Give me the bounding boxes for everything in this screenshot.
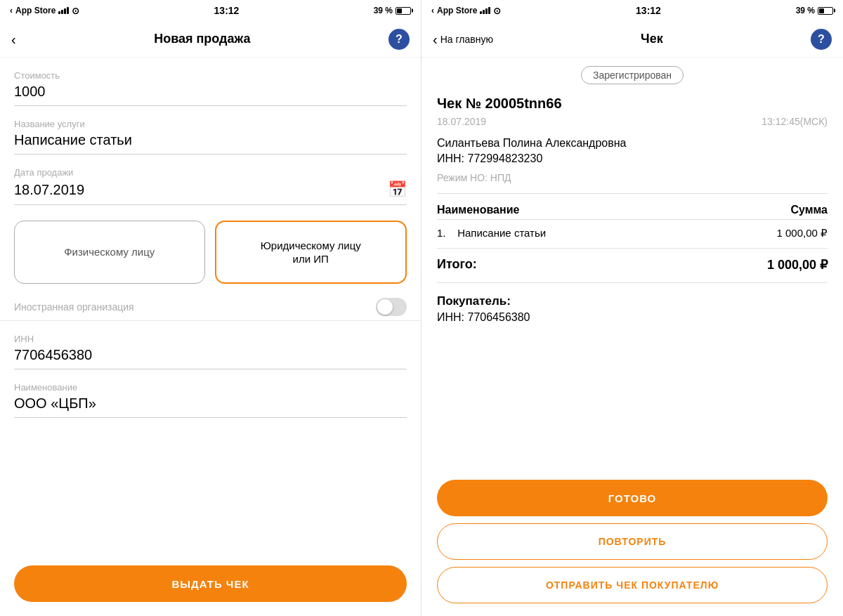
seller-name: Силантьева Полина Александровна bbox=[437, 137, 828, 150]
submit-receipt-button[interactable]: ВЫДАТЬ ЧЕК bbox=[14, 565, 407, 602]
table-header-name: Наименование bbox=[437, 204, 519, 216]
buyer-title: Покупатель: bbox=[437, 294, 828, 308]
item-service-name: Написание статьи bbox=[457, 227, 546, 239]
right-status-left: ‹ App Store ⊙ bbox=[431, 6, 501, 16]
left-battery-icon bbox=[396, 7, 411, 15]
item-name: 1. Написание статьи bbox=[437, 227, 776, 240]
receipt-total-row: Итого: 1 000,00 ₽ bbox=[437, 257, 828, 283]
left-back-chevron-status: ‹ bbox=[10, 6, 13, 15]
right-battery-fill bbox=[819, 8, 824, 13]
toggle-divider bbox=[0, 320, 421, 321]
left-back-chevron: ‹ bbox=[11, 32, 16, 46]
service-label: Название услуги bbox=[14, 119, 407, 129]
receipt-table-header: Наименование Сумма bbox=[437, 204, 828, 220]
org-name-field: Наименование ООО «ЦБП» bbox=[14, 382, 407, 418]
cost-field: Стоимость 1000 bbox=[14, 70, 407, 106]
legal-button-label: Юридическому лицуили ИП bbox=[261, 239, 361, 266]
right-nav-bar: ‹ На главную Чек ? bbox=[422, 21, 843, 58]
foreign-org-toggle[interactable] bbox=[376, 298, 407, 316]
org-name-value[interactable]: ООО «ЦБП» bbox=[14, 395, 407, 418]
date-field: Дата продажи 18.07.2019 📅 bbox=[14, 167, 407, 205]
left-bottom-area: ВЫДАТЬ ЧЕК bbox=[0, 556, 421, 616]
left-signal-bars bbox=[58, 7, 69, 14]
right-signal-bars bbox=[480, 7, 490, 14]
left-status-right: 39 % bbox=[374, 6, 411, 15]
tax-mode: Режим НО: НПД bbox=[437, 172, 828, 194]
left-nav-title: Новая продажа bbox=[16, 32, 388, 46]
right-back-label: На главную bbox=[440, 34, 493, 45]
left-wifi-icon: ⊙ bbox=[72, 6, 79, 16]
right-wifi-icon: ⊙ bbox=[493, 6, 501, 16]
receipt-content: Зарегистрирован Чек № 20005tnn66 18.07.2… bbox=[422, 58, 843, 473]
inn-field: ИНН 7706456380 bbox=[14, 334, 407, 369]
receipt-time: 13:12:45(МСК) bbox=[762, 116, 828, 127]
left-time: 13:12 bbox=[214, 5, 240, 16]
calendar-icon: 📅 bbox=[388, 181, 407, 199]
date-label: Дата продажи bbox=[14, 167, 407, 178]
send-receipt-button[interactable]: ОТПРАВИТЬ ЧЕК ПОКУПАТЕЛЮ bbox=[437, 567, 828, 603]
right-battery-pct: 39 % bbox=[796, 6, 815, 15]
foreign-org-label: Иностранная организация bbox=[14, 301, 134, 313]
seller-inn: ИНН: 772994823230 bbox=[437, 152, 828, 165]
left-app-store-label: App Store bbox=[15, 6, 55, 15]
right-battery-icon bbox=[818, 7, 833, 15]
left-battery-fill bbox=[397, 8, 402, 13]
repeat-button[interactable]: ПОВТОРИТЬ bbox=[437, 523, 828, 560]
right-back-button[interactable]: ‹ На главную bbox=[433, 32, 493, 46]
status-badge-wrapper: Зарегистрирован bbox=[437, 58, 828, 96]
receipt-date: 18.07.2019 bbox=[437, 116, 486, 127]
foreign-org-row: Иностранная организация bbox=[14, 298, 407, 320]
total-value: 1 000,00 ₽ bbox=[767, 257, 828, 273]
legal-button[interactable]: Юридическому лицуили ИП bbox=[215, 221, 407, 284]
date-value: 18.07.2019 bbox=[14, 182, 84, 198]
done-button[interactable]: ГОТОВО bbox=[437, 480, 828, 516]
service-field: Название услуги Написание статьи bbox=[14, 119, 407, 155]
status-badge: Зарегистрирован bbox=[581, 66, 684, 84]
receipt-item-row: 1. Написание статьи 1 000,00 ₽ bbox=[437, 227, 828, 249]
left-status-left: ‹ App Store ⊙ bbox=[10, 6, 79, 16]
service-value[interactable]: Написание статьи bbox=[14, 132, 407, 155]
individual-button[interactable]: Физическому лицу bbox=[14, 221, 205, 284]
right-status-bar: ‹ App Store ⊙ 13:12 39 % bbox=[422, 0, 843, 21]
left-form-content: Стоимость 1000 Название услуги Написание… bbox=[0, 58, 421, 556]
right-app-store-label: App Store bbox=[437, 6, 477, 15]
table-header-sum: Сумма bbox=[790, 204, 828, 216]
cost-value[interactable]: 1000 bbox=[14, 84, 407, 106]
inn-label: ИНН bbox=[14, 334, 407, 344]
right-help-button[interactable]: ? bbox=[811, 29, 832, 50]
right-back-chevron: ‹ bbox=[433, 32, 438, 46]
item-number: 1. bbox=[437, 227, 446, 239]
left-nav-bar: ‹ Новая продажа ? bbox=[0, 21, 421, 58]
check-number: Чек № 20005tnn66 bbox=[437, 96, 828, 112]
buyer-inn: ИНН: 7706456380 bbox=[437, 311, 828, 324]
right-status-right: 39 % bbox=[796, 6, 833, 15]
left-phone-screen: ‹ App Store ⊙ 13:12 39 % ‹ Новая продажа… bbox=[0, 0, 422, 616]
date-field-row[interactable]: 18.07.2019 📅 bbox=[14, 181, 407, 205]
left-status-bar: ‹ App Store ⊙ 13:12 39 % bbox=[0, 0, 421, 21]
right-time: 13:12 bbox=[636, 5, 661, 16]
org-name-label: Наименование bbox=[14, 382, 407, 393]
left-battery-pct: 39 % bbox=[374, 6, 393, 15]
buyer-section: Покупатель: ИНН: 7706456380 bbox=[437, 294, 828, 324]
receipt-meta-row: 18.07.2019 13:12:45(МСК) bbox=[437, 116, 828, 127]
cost-label: Стоимость bbox=[14, 70, 407, 81]
item-price: 1 000,00 ₽ bbox=[776, 227, 828, 240]
receipt-bottom-buttons: ГОТОВО ПОВТОРИТЬ ОТПРАВИТЬ ЧЕК ПОКУПАТЕЛ… bbox=[422, 473, 843, 616]
customer-type-buttons: Физическому лицу Юридическому лицуили ИП bbox=[14, 221, 407, 284]
left-back-button[interactable]: ‹ bbox=[11, 32, 16, 46]
right-nav-title: Чек bbox=[493, 32, 811, 46]
total-label: Итого: bbox=[437, 257, 477, 273]
inn-value[interactable]: 7706456380 bbox=[14, 347, 407, 369]
right-back-chevron-status: ‹ bbox=[431, 6, 434, 15]
left-help-button[interactable]: ? bbox=[388, 29, 410, 50]
right-phone-screen: ‹ App Store ⊙ 13:12 39 % ‹ На главную Че… bbox=[422, 0, 843, 616]
